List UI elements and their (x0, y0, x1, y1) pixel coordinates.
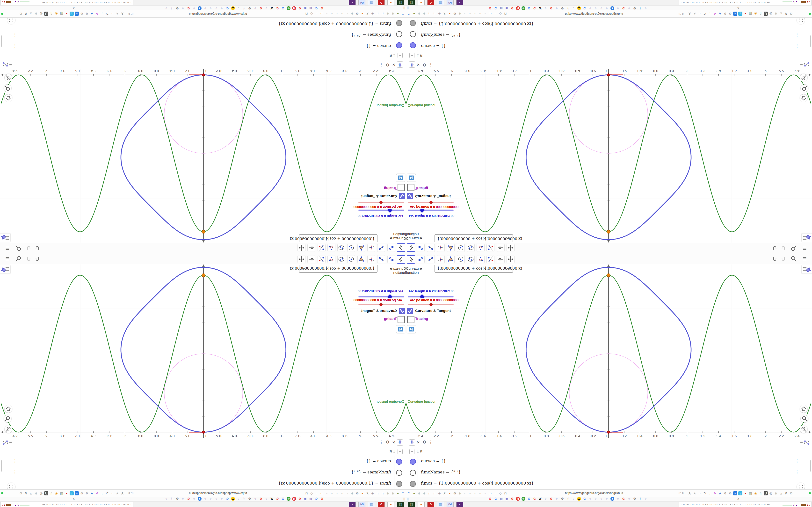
bookmark-favicon[interactable]: ● (610, 497, 614, 501)
browser-icon[interactable]: ∩ (433, 12, 437, 16)
tool-angle[interactable]: α (327, 244, 336, 252)
graphics-view[interactable]: -2.4-2.2-2-1.8-1.6-1.4-1.2-1-0.8-0.6-0.4… (0, 68, 406, 243)
browser-left-icons[interactable]: Y●⊕⊕∩∩⊕✗●⚙⊕◦○◦○◦▭←◇⊓ (305, 10, 405, 17)
extension-icon[interactable]: ⚙ (19, 12, 23, 16)
extension-icon[interactable]: ◎ (39, 491, 43, 495)
bookmark-favicon[interactable]: ○ (192, 6, 196, 10)
taskbar-app-button[interactable]: ◗ (456, 502, 463, 507)
bookmark-favicon[interactable]: ∿ (287, 6, 291, 10)
taskbar-app-button[interactable]: ✿ (378, 0, 385, 5)
browser-icon[interactable]: ← (315, 491, 319, 495)
browser-icon[interactable]: ● (396, 12, 400, 16)
browser-icon[interactable]: ∩ (375, 491, 379, 495)
extension-icon[interactable]: ▯ (759, 12, 763, 16)
search-icon[interactable] (15, 256, 22, 262)
sort-icon[interactable]: ⇅ (397, 61, 403, 68)
browser-icon[interactable]: ← (493, 491, 497, 495)
algebra-row[interactable]: funcNames = {" "}⋮ (406, 467, 812, 478)
bookmark-favicon[interactable]: ○ (220, 497, 224, 501)
taskbar-app-button[interactable]: ▦ (437, 502, 444, 507)
tool-line[interactable] (377, 255, 385, 263)
bookmark-favicon[interactable]: ◍ (309, 497, 313, 501)
extension-icon[interactable]: ↓ (708, 12, 712, 16)
bookmark-favicon[interactable]: G (621, 6, 625, 10)
browser-icon[interactable]: ○ (330, 491, 334, 495)
browser-icon[interactable]: ∩ (375, 12, 379, 16)
extension-icon[interactable]: ✗ (24, 12, 28, 16)
bookmarks-overflow-icon[interactable]: ∧ (737, 6, 740, 10)
bookmark-favicon[interactable]: ○ (209, 6, 213, 10)
bookmark-favicons[interactable]: GG◍◉GR∿GGW○G○⚙f○▲G○○○○●○G○⚙f○ (164, 6, 324, 10)
extension-icon[interactable]: ▯ (759, 491, 763, 495)
algebra-row[interactable]: curves = {}⋮ (406, 40, 812, 51)
bookmark-favicon[interactable]: G (259, 6, 263, 10)
bookmark-favicon[interactable]: G (314, 497, 318, 501)
extension-icon[interactable]: ● (64, 12, 69, 16)
tool-perpendicular[interactable] (367, 244, 375, 252)
algebra-row[interactable]: funcNames = {" "}⋮ (0, 29, 406, 40)
row-menu-kebab[interactable]: ⋮ (12, 469, 17, 475)
redo-button[interactable] (779, 245, 786, 251)
url-text[interactable]: https://www.geogebra.org/classic/aagcxh3… (565, 12, 623, 16)
extension-icon[interactable]: ★ (693, 491, 697, 495)
tool-line[interactable] (427, 255, 435, 263)
browser-icon[interactable]: ○ (478, 491, 482, 495)
tool-circle[interactable] (348, 244, 355, 252)
arc-length-slider-handle[interactable] (388, 208, 392, 212)
undo-button[interactable] (34, 245, 40, 251)
bookmark-favicon[interactable]: W (270, 6, 274, 10)
function-input-box[interactable]: 1.000000000000 + cos(4.000000000000 x) (435, 234, 513, 242)
extension-icon[interactable]: ⊿ (779, 12, 783, 16)
dock-scrollbar[interactable] (1, 460, 2, 471)
extension-icon[interactable]: ⊕ (34, 491, 38, 495)
extension-icon[interactable]: ↑ (69, 491, 74, 495)
bookmark-favicon[interactable]: ▲ (231, 6, 235, 10)
browser-icon[interactable]: ◦ (473, 12, 477, 16)
bookmark-favicon[interactable]: R (516, 497, 520, 501)
bookmark-favicon[interactable]: f (242, 6, 246, 10)
tool-polygon[interactable] (357, 255, 365, 263)
extension-icon[interactable]: ▯ (49, 491, 53, 495)
bookmark-favicon[interactable]: ● (610, 6, 614, 10)
browser-icon[interactable]: ◇ (310, 12, 314, 16)
extension-icon[interactable]: ◉ (754, 12, 758, 16)
extension-icon[interactable]: → (110, 491, 114, 495)
visibility-marble[interactable] (396, 31, 402, 37)
taskbar-app-button[interactable]: ✿ (378, 502, 385, 507)
bookmark-favicon[interactable]: ○ (588, 497, 592, 501)
extension-icon[interactable]: ◎ (769, 12, 773, 16)
graphics-stylebar-button[interactable] (0, 265, 10, 274)
point-arc-position-point[interactable] (202, 74, 205, 76)
bookmark-favicons[interactable]: GG◍◉GR∿GGW○G○⚙f○▲G○○○○●○G○⚙f○ (488, 497, 648, 501)
arc-position-slider-handle[interactable] (429, 303, 433, 306)
extension-icon[interactable]: ◎ (39, 12, 43, 16)
taskbar-app-button[interactable]: ▦ (368, 502, 375, 507)
taskbar-app-button[interactable]: ◕ (388, 502, 394, 507)
browser-icon[interactable]: ◦ (345, 491, 349, 495)
browser-icon[interactable]: ← (315, 12, 319, 16)
bookmark-favicon[interactable]: G (259, 497, 263, 501)
dropdown-caret-icon[interactable] (507, 268, 511, 270)
bookmark-favicon[interactable]: G (281, 497, 285, 501)
browser-icon[interactable]: ● (360, 12, 364, 16)
extension-icon[interactable]: ● (64, 491, 69, 495)
search-icon[interactable] (15, 245, 22, 251)
algebra-panel-icon[interactable] (800, 439, 811, 446)
bookmark-favicon[interactable]: ○ (209, 497, 213, 501)
bookmark-favicon[interactable]: R (292, 497, 296, 501)
tool-move-view[interactable] (298, 244, 305, 252)
browser-icon[interactable]: ⊓ (503, 491, 507, 495)
tool-point[interactable]: A (417, 255, 424, 263)
bookmarks-overflow-icon[interactable]: ∧ (72, 497, 75, 501)
play-button[interactable] (407, 325, 416, 333)
taskbar-app-button[interactable]: ▤ (408, 502, 415, 507)
bookmark-favicon[interactable]: ○ (253, 6, 257, 10)
extension-icon[interactable]: 0 (85, 12, 89, 16)
browser-icon[interactable]: ● (448, 12, 452, 16)
zoom-in-button[interactable] (801, 85, 808, 92)
extension-icon[interactable]: → (698, 12, 702, 16)
url-text[interactable]: https://www.geogebra.org/classic/aagcxh3… (189, 491, 247, 495)
bookmark-favicon[interactable]: ◍ (499, 6, 503, 10)
url-text[interactable]: https://www.geogebra.org/classic/aagcxh3… (565, 491, 623, 495)
extension-icon[interactable]: 0 (85, 491, 89, 495)
